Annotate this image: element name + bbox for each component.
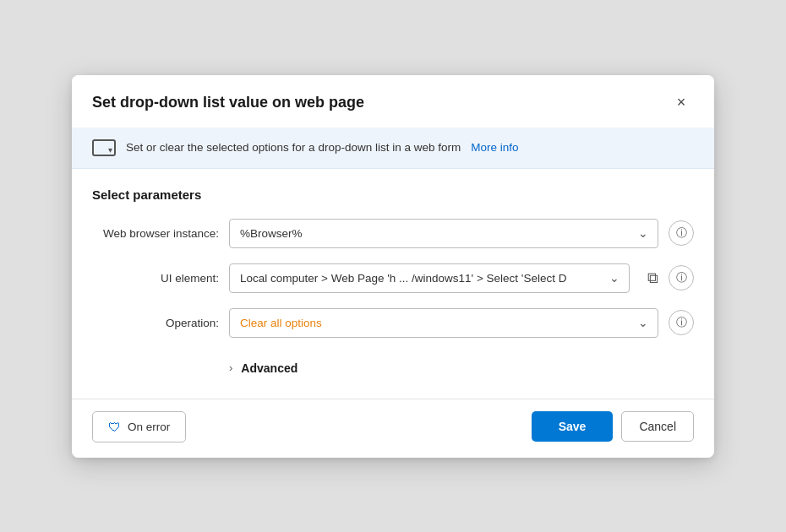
info-banner: Set or clear the selected options for a … [72, 128, 714, 169]
browser-row: Web browser instance: %Browser% ⌄ ⓘ [92, 219, 694, 248]
dialog: Set drop-down list value on web page × S… [72, 75, 714, 458]
operation-select[interactable]: Clear all options [229, 308, 658, 338]
operation-select-wrapper: Clear all options ⌄ [229, 308, 658, 338]
browser-select[interactable]: %Browser% [229, 219, 658, 248]
dialog-title: Set drop-down list value on web page [92, 94, 364, 111]
more-info-link[interactable]: More info [471, 141, 518, 154]
advanced-chevron-icon: › [229, 361, 232, 374]
browser-select-wrapper: %Browser% ⌄ [229, 219, 658, 248]
ui-element-icons: ⧉ ⓘ [640, 265, 694, 290]
on-error-button[interactable]: 🛡 On error [92, 411, 186, 442]
advanced-section[interactable]: › Advanced [102, 353, 694, 383]
ui-element-select[interactable]: Local computer > Web Page 'h ... /window… [229, 263, 630, 293]
ui-element-select-wrapper: Local computer > Web Page 'h ... /window… [229, 263, 630, 293]
browser-info-button[interactable]: ⓘ [669, 220, 694, 246]
on-error-label: On error [128, 421, 170, 433]
operation-info-button[interactable]: ⓘ [669, 310, 694, 335]
banner-text: Set or clear the selected options for a … [126, 141, 461, 154]
ui-element-row: UI element: Local computer > Web Page 'h… [92, 263, 694, 293]
dialog-footer: 🛡 On error Save Cancel [72, 399, 714, 458]
dialog-body: Select parameters Web browser instance: … [72, 169, 714, 392]
advanced-label: Advanced [241, 361, 297, 375]
browser-label: Web browser instance: [92, 227, 219, 240]
ui-element-label: UI element: [92, 272, 219, 285]
cancel-button[interactable]: Cancel [621, 411, 694, 442]
footer-right: Save Cancel [532, 411, 694, 442]
close-button[interactable]: × [669, 90, 694, 116]
operation-label: Operation: [92, 317, 219, 329]
section-title: Select parameters [92, 187, 694, 202]
ui-element-info-button[interactable]: ⓘ [669, 265, 694, 290]
ui-element-info-icon: ⓘ [676, 270, 687, 285]
browser-info-icon: ⓘ [676, 225, 687, 241]
shield-icon: 🛡 [108, 420, 121, 434]
ui-element-stack-button[interactable]: ⧉ [640, 265, 665, 290]
operation-row: Operation: Clear all options ⌄ ⓘ [92, 308, 694, 338]
dropdown-icon [92, 139, 116, 156]
dialog-header: Set drop-down list value on web page × [72, 75, 714, 128]
save-button[interactable]: Save [532, 411, 614, 442]
stack-icon: ⧉ [647, 269, 658, 287]
operation-info-icon: ⓘ [676, 315, 687, 330]
